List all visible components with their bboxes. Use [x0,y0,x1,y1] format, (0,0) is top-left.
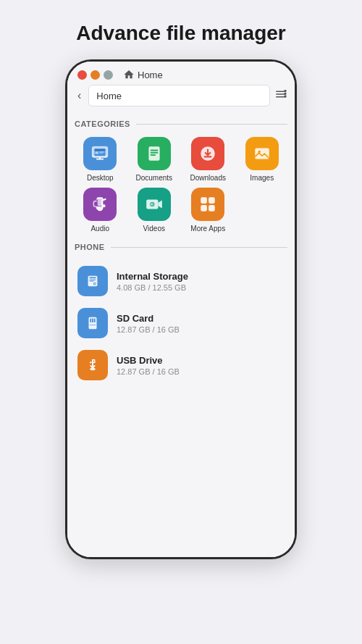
svg-rect-2 [285,96,287,98]
phone-frame: Home ‹ Home CATEGORIES [65,59,297,559]
phone-label: PHONE [75,243,105,251]
svg-point-42 [94,361,96,363]
page-title: Advance file manager [76,22,285,45]
svg-rect-25 [201,197,208,204]
downloads-label: Downloads [190,174,226,182]
title-bar: Home [67,62,295,85]
images-label: Images [250,174,274,182]
svg-rect-13 [150,150,158,151]
svg-rect-17 [255,148,269,159]
category-documents[interactable]: Documents [129,137,180,182]
svg-rect-26 [209,197,215,204]
categories-divider [136,124,287,125]
internal-storage-size: 4.08 GB / 12.55 GB [117,283,188,292]
internal-storage-info: Internal Storage 4.08 GB / 12.55 GB [117,271,188,292]
svg-rect-9 [96,151,98,154]
traffic-light-red[interactable] [77,70,87,80]
svg-rect-11 [99,153,103,154]
videos-icon [138,188,171,221]
audio-label: Audio [90,225,109,233]
categories-label: CATEGORIES [75,120,130,128]
category-desktop[interactable]: Desktop [75,137,126,182]
svg-rect-36 [90,319,91,323]
search-bar: ‹ Home [67,85,295,112]
usb-info: USB Drive 12.87 GB / 16 GB [117,355,180,376]
internal-storage-name: Internal Storage [117,271,188,282]
documents-label: Documents [135,174,172,182]
svg-rect-15 [150,154,156,156]
images-icon [245,137,279,170]
svg-rect-0 [285,90,287,92]
svg-rect-27 [201,205,208,212]
svg-rect-10 [99,151,105,152]
phone-divider [111,247,287,248]
svg-rect-31 [89,280,96,280]
sdcard-info: SD Card 12.87 GB / 16 GB [117,313,180,334]
storage-internal[interactable]: Internal Storage 4.08 GB / 12.55 GB [75,260,287,302]
sdcard-icon [77,308,108,338]
sdcard-size: 12.87 GB / 16 GB [117,325,180,334]
desktop-label: Desktop [87,174,114,182]
phone-inner: Home ‹ Home CATEGORIES [67,62,295,557]
svg-point-21 [96,206,99,209]
category-moreapps[interactable]: More Apps [182,188,234,233]
svg-rect-14 [150,152,158,154]
categories-header: CATEGORIES [75,120,287,128]
documents-icon [138,137,171,170]
desktop-icon [83,137,117,170]
svg-point-34 [94,283,96,285]
sdcard-name: SD Card [117,313,180,324]
usb-size: 12.87 GB / 16 GB [117,367,180,376]
traffic-light-yellow[interactable] [90,70,100,80]
svg-rect-38 [94,319,96,323]
svg-rect-28 [209,205,215,212]
downloads-icon [191,137,224,170]
category-images[interactable]: Images [237,137,288,182]
category-videos[interactable]: Videos [129,188,180,233]
svg-rect-37 [92,319,93,323]
svg-rect-32 [89,281,93,282]
storage-sdcard[interactable]: SD Card 12.87 GB / 16 GB [75,302,287,344]
svg-rect-30 [89,277,96,279]
category-downloads[interactable]: Downloads [182,137,234,182]
svg-rect-40 [90,368,95,371]
breadcrumb-input[interactable]: Home [88,85,270,106]
svg-rect-12 [148,146,159,161]
phone-header: PHONE [75,243,287,251]
category-grid: Desktop Documents [75,137,287,233]
back-button[interactable]: ‹ [75,88,84,104]
traffic-light-green[interactable] [104,70,113,80]
svg-point-41 [90,361,92,364]
svg-rect-8 [95,149,106,151]
usb-name: USB Drive [117,355,180,366]
content-area: CATEGORIES [67,112,295,557]
category-audio[interactable]: Audio [75,188,126,233]
window-title-text: Home [138,70,163,80]
svg-rect-1 [285,93,287,95]
list-view-icon[interactable] [274,88,287,104]
moreapps-icon [191,188,224,221]
breadcrumb-text: Home [96,91,122,101]
moreapps-label: More Apps [190,225,225,233]
traffic-lights [77,70,113,80]
window-title-area: Home [123,69,163,80]
internal-storage-icon [77,266,108,296]
usb-icon [77,350,108,380]
home-icon [123,69,135,80]
svg-point-22 [103,204,106,207]
storage-usb[interactable]: USB Drive 12.87 GB / 16 GB [75,344,287,386]
svg-rect-39 [89,325,96,325]
audio-icon [83,188,117,221]
videos-label: Videos [143,225,165,233]
